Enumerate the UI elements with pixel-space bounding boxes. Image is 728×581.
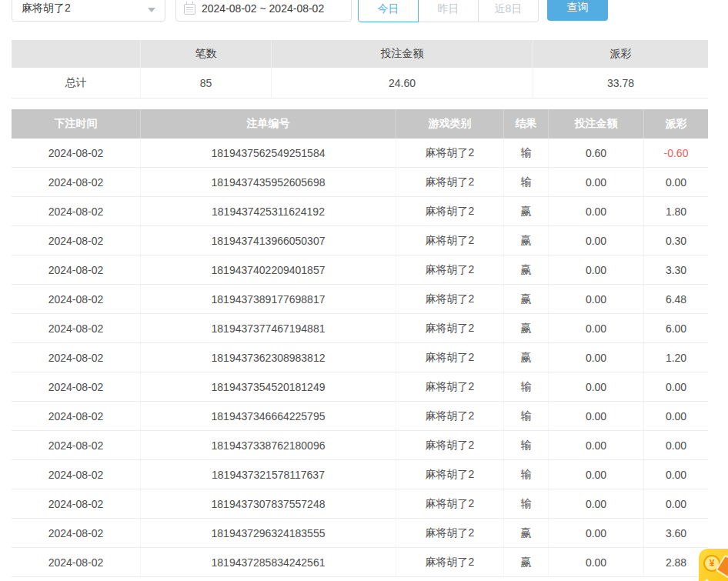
- summary-total-count: 85: [141, 68, 272, 98]
- table-row: 2024-08-021819437402209401857麻将胡了2赢0.003…: [12, 255, 708, 285]
- game-select-value: 麻将胡了2: [22, 2, 71, 15]
- cell-result: 输: [504, 402, 549, 430]
- cell-bet-id: 1819437435952605698: [141, 168, 396, 196]
- cell-payout: 0.00: [644, 460, 708, 489]
- cell-bet-id: 1819437562549251584: [141, 139, 396, 167]
- cell-payout: 0.00: [644, 489, 708, 518]
- summary-total-label: 总计: [12, 68, 141, 98]
- cell-game-type: 麻将胡了2: [396, 431, 504, 459]
- cell-game-type: 麻将胡了2: [396, 255, 504, 284]
- cell-bet-id: 1819437425311624192: [141, 197, 396, 225]
- table-body: 2024-08-021819437562549251584麻将胡了2输0.60-…: [12, 139, 708, 577]
- cell-bet-amount: 0.00: [549, 168, 644, 196]
- table-row: 2024-08-021819437321578117637麻将胡了2输0.000…: [12, 460, 708, 489]
- table-row: 2024-08-021819437354520181249麻将胡了2输0.000…: [12, 372, 708, 402]
- quick-date-button-group: 今日 昨日 近8日: [358, 0, 539, 22]
- cell-payout: 1.20: [644, 343, 708, 372]
- cell-result: 赢: [504, 226, 549, 255]
- cell-bet-id: 1819437362308983812: [141, 343, 396, 372]
- cell-game-type: 麻将胡了2: [396, 226, 504, 255]
- cell-bet-id: 1819437346664225795: [141, 402, 396, 430]
- cell-bet-time: 2024-08-02: [12, 343, 141, 372]
- cell-bet-time: 2024-08-02: [12, 372, 141, 401]
- cell-bet-time: 2024-08-02: [12, 197, 141, 225]
- cell-bet-time: 2024-08-02: [12, 460, 141, 489]
- cell-result: 输: [504, 168, 549, 196]
- cell-payout: 3.30: [644, 255, 708, 284]
- game-select[interactable]: 麻将胡了2: [12, 0, 165, 22]
- cell-bet-amount: 0.00: [549, 197, 644, 225]
- cell-bet-amount: 0.00: [549, 460, 644, 489]
- date-range-value: 2024-08-02 ~ 2024-08-02: [202, 2, 324, 15]
- cell-payout: 1.80: [644, 197, 708, 225]
- column-header-game-type: 游戏类别: [396, 109, 504, 139]
- calendar-icon: [184, 4, 195, 15]
- table-row: 2024-08-021819437413966050307麻将胡了2赢0.000…: [12, 226, 708, 255]
- yesterday-button[interactable]: 昨日: [418, 0, 479, 22]
- cell-result: 赢: [504, 314, 549, 342]
- cell-bet-amount: 0.00: [549, 343, 644, 372]
- cell-result: 输: [504, 372, 549, 401]
- bet-records-table: 下注时间 注单编号 游戏类别 结果 投注金额 派彩 2024-08-021819…: [12, 109, 708, 577]
- cell-bet-id: 1819437321578117637: [141, 460, 396, 489]
- summary-total-row: 总计 85 24.60 33.78: [12, 68, 708, 99]
- cell-bet-id: 1819437377467194881: [141, 314, 396, 342]
- cell-bet-amount: 0.00: [549, 255, 644, 284]
- cell-bet-amount: 0.00: [549, 285, 644, 313]
- table-row: 2024-08-021819437285834242561麻将胡了2赢0.002…: [12, 548, 708, 577]
- cell-game-type: 麻将胡了2: [396, 519, 504, 547]
- cell-bet-time: 2024-08-02: [12, 431, 141, 459]
- cell-bet-amount: 0.00: [549, 519, 644, 547]
- cell-game-type: 麻将胡了2: [396, 197, 504, 225]
- cell-payout: 0.00: [644, 168, 708, 196]
- cell-bet-id: 1819437307837557248: [141, 489, 396, 518]
- cell-result: 赢: [504, 255, 549, 284]
- cell-result: 赢: [504, 285, 549, 313]
- summary-header-blank: [12, 40, 141, 68]
- cell-bet-amount: 0.00: [549, 314, 644, 342]
- table-row: 2024-08-021819437377467194881麻将胡了2赢0.006…: [12, 314, 708, 343]
- summary-header-count: 笔数: [141, 40, 272, 68]
- cell-payout: 0.00: [644, 372, 708, 401]
- cell-result: 输: [504, 431, 549, 459]
- summary-total-bet-amount: 24.60: [272, 68, 533, 98]
- date-range-input[interactable]: 2024-08-02 ~ 2024-08-02: [175, 0, 352, 22]
- cell-bet-id: 1819437296324183555: [141, 519, 396, 547]
- table-row: 2024-08-021819437425311624192麻将胡了2赢0.001…: [12, 197, 708, 226]
- last8days-button[interactable]: 近8日: [478, 0, 539, 22]
- cell-result: 赢: [504, 519, 549, 547]
- today-button[interactable]: 今日: [358, 0, 419, 22]
- cell-bet-time: 2024-08-02: [12, 168, 141, 196]
- cell-bet-time: 2024-08-02: [12, 139, 141, 167]
- cell-payout: -0.60: [644, 139, 708, 167]
- cell-bet-id: 1819437413966050307: [141, 226, 396, 255]
- table-row: 2024-08-021819437562549251584麻将胡了2输0.60-…: [12, 139, 708, 168]
- cell-game-type: 麻将胡了2: [396, 548, 504, 576]
- summary-header-row: 笔数 投注金额 派彩: [12, 40, 708, 68]
- chevron-down-icon: [148, 8, 155, 12]
- cell-result: 输: [504, 489, 549, 518]
- cell-bet-amount: 0.60: [549, 139, 644, 167]
- column-header-payout: 派彩: [644, 109, 708, 139]
- cell-result: 输: [504, 460, 549, 489]
- promo-float-button[interactable]: ¥ ✦: [699, 549, 728, 581]
- summary-total-payout: 33.78: [533, 68, 708, 98]
- cell-bet-amount: 0.00: [549, 226, 644, 255]
- cell-result: 输: [504, 139, 549, 167]
- cell-bet-time: 2024-08-02: [12, 489, 141, 518]
- cell-bet-amount: 0.00: [549, 489, 644, 518]
- column-header-result: 结果: [504, 109, 549, 139]
- cell-bet-id: 1819437338762180096: [141, 431, 396, 459]
- cell-payout: 0.30: [644, 226, 708, 255]
- cell-payout: 3.60: [644, 519, 708, 547]
- table-row: 2024-08-021819437362308983812麻将胡了2赢0.001…: [12, 343, 708, 372]
- cell-bet-amount: 0.00: [549, 548, 644, 576]
- table-row: 2024-08-021819437346664225795麻将胡了2输0.000…: [12, 402, 708, 431]
- query-button[interactable]: 查询: [547, 0, 608, 21]
- column-header-bet-id: 注单编号: [141, 109, 396, 139]
- summary-table: 笔数 投注金额 派彩 总计 85 24.60 33.78: [12, 40, 708, 99]
- cell-game-type: 麻将胡了2: [396, 285, 504, 313]
- cell-bet-time: 2024-08-02: [12, 548, 141, 576]
- sparkle-icon: ✦: [703, 576, 710, 581]
- column-header-bet-time: 下注时间: [12, 109, 141, 139]
